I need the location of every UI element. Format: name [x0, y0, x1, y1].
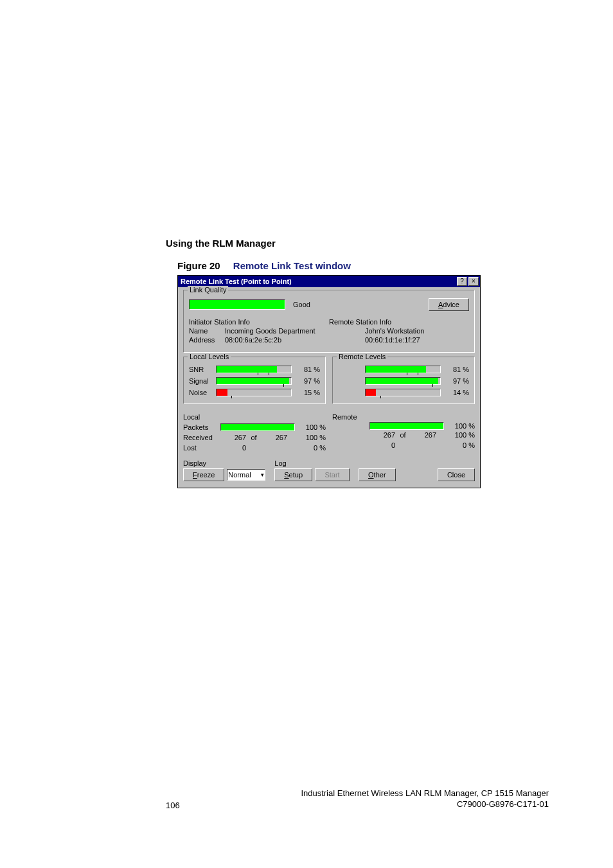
help-icon[interactable]: ?	[457, 277, 467, 286]
footer-line-1: Industrial Ethernet Wireless LAN RLM Man…	[217, 788, 549, 799]
remote-received-pct: 100 %	[436, 431, 475, 439]
remote-packets: Remote 100 % 267 of 267 100 %	[332, 412, 475, 453]
remote-received: 267	[369, 431, 395, 439]
local-received-pct: 100 %	[287, 434, 326, 441]
remote-link-test-dialog: Remote Link Test (Point to Point) ? × Li…	[177, 275, 481, 488]
remote-name-value: John's Workstation	[365, 327, 424, 335]
remote-snr-bar	[365, 366, 441, 373]
initiator-name-value: Incoming Goods Department	[225, 327, 315, 335]
local-packets: Local Packets 100 % Received 267 of 267 …	[183, 412, 326, 453]
remote-packets-pct: 100 %	[448, 422, 475, 430]
section-heading: Using the RLM Manager	[166, 238, 549, 249]
local-packets-pct: 100 %	[299, 423, 326, 431]
initiator-station-info: Initiator Station Info Name Incoming Goo…	[189, 317, 329, 344]
of-label-2: of	[395, 431, 411, 439]
local-packets-bar	[220, 423, 295, 431]
display-mode-value: Normal	[228, 471, 251, 479]
remote-lost-pct: 0 %	[436, 441, 475, 449]
other-button[interactable]: Other	[359, 468, 396, 481]
chevron-down-icon: ▾	[261, 472, 264, 478]
local-snr-bar	[216, 366, 292, 373]
remote-snr-value: 81 %	[445, 366, 469, 373]
title-bar-text: Remote Link Test (Point to Point)	[181, 278, 457, 285]
local-noise-row: Noise 15 %	[189, 387, 320, 398]
local-noise-bar	[216, 389, 292, 396]
signal-label: Signal	[189, 377, 216, 385]
initiator-name-label: Name	[189, 327, 225, 335]
advice-button[interactable]: Advice	[429, 298, 469, 311]
snr-label: SNR	[189, 366, 216, 373]
remote-lost: 0	[369, 441, 395, 449]
initiator-address-label: Address	[189, 336, 225, 344]
remote-packets-bar	[369, 422, 444, 430]
freeze-button[interactable]: Freeze	[183, 468, 224, 481]
remote-packets-heading: Remote	[332, 412, 475, 422]
link-quality-bar	[189, 299, 285, 310]
link-quality-legend: Link Quality	[188, 286, 228, 294]
local-packets-heading: Local	[183, 412, 326, 422]
of-label-1: of	[246, 434, 262, 441]
close-button[interactable]: Close	[438, 468, 475, 481]
display-mode-select[interactable]: Normal ▾	[227, 469, 265, 481]
local-signal-bar	[216, 377, 292, 385]
figure-label: Figure 20	[177, 260, 220, 271]
remote-snr-row: 81 %	[338, 364, 469, 375]
remote-noise-bar	[365, 389, 441, 396]
remote-address-value: 00:60:1d:1e:1f:27	[365, 336, 420, 344]
packets-label: Packets	[183, 422, 220, 432]
close-icon[interactable]: ×	[468, 277, 479, 286]
local-lost: 0	[220, 444, 246, 452]
noise-label: Noise	[189, 389, 216, 396]
figure-caption: Figure 20 Remote Link Test window	[177, 260, 549, 271]
remote-levels-legend: Remote Levels	[337, 353, 387, 360]
page-footer: 106 Industrial Ethernet Wireless LAN RLM…	[166, 788, 549, 810]
start-button[interactable]: Start	[315, 468, 350, 481]
local-total: 267	[262, 434, 287, 441]
lost-label: Lost	[183, 444, 220, 452]
initiator-heading: Initiator Station Info	[189, 318, 250, 326]
link-quality-status: Good	[293, 301, 332, 308]
page-number: 106	[166, 801, 217, 810]
figure-caption-text: Remote Link Test window	[233, 260, 351, 271]
remote-signal-bar	[365, 377, 441, 385]
initiator-address-value: 08:00:6a:2e:5c:2b	[225, 336, 281, 344]
remote-total: 267	[411, 431, 436, 439]
local-signal-value: 97 %	[296, 377, 320, 385]
local-levels-legend: Local Levels	[188, 353, 231, 360]
link-quality-group: Link Quality Good Advice Initiator Stati…	[183, 290, 475, 353]
local-levels-group: Local Levels SNR 81 % Signal	[183, 357, 326, 404]
local-snr-row: SNR 81 %	[189, 364, 320, 375]
setup-button[interactable]: Setup	[274, 468, 312, 481]
local-received: 267	[220, 434, 246, 441]
remote-noise-value: 14 %	[445, 389, 469, 396]
received-label: Received	[183, 434, 220, 441]
remote-levels-group: Remote Levels 81 %	[332, 357, 475, 404]
log-label: Log	[274, 459, 350, 467]
remote-heading: Remote Station Info	[329, 318, 391, 326]
remote-station-info: Remote Station Info John's Workstation 0…	[329, 317, 469, 344]
local-lost-pct: 0 %	[287, 444, 326, 452]
footer-line-2: C79000-G8976-C171-01	[217, 799, 549, 810]
remote-noise-row: 14 %	[338, 387, 469, 398]
remote-signal-row: 97 %	[338, 375, 469, 387]
local-snr-value: 81 %	[296, 366, 320, 373]
local-noise-value: 15 %	[296, 389, 320, 396]
display-label: Display	[183, 459, 265, 467]
local-signal-row: Signal 97 %	[189, 375, 320, 387]
remote-signal-value: 97 %	[445, 377, 469, 385]
